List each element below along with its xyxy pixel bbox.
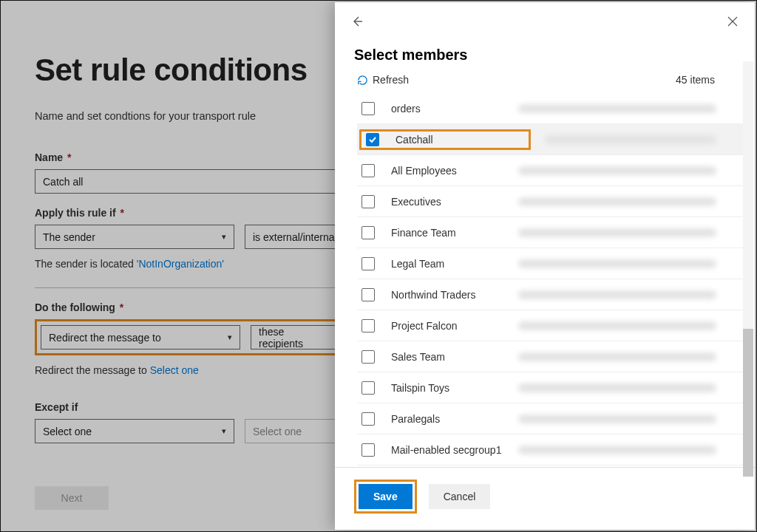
- scrollbar[interactable]: [743, 61, 753, 477]
- next-button[interactable]: Next: [35, 486, 109, 510]
- action-target-dropdown[interactable]: these recipients: [251, 325, 339, 349]
- selected-highlight: Catchall: [359, 129, 531, 150]
- member-name: All Employees: [391, 165, 502, 177]
- scrollbar-thumb[interactable]: [743, 329, 753, 477]
- member-address-redacted: [518, 383, 716, 392]
- member-row[interactable]: Tailspin Toys: [357, 372, 744, 403]
- member-row[interactable]: Project Falcon: [357, 310, 744, 341]
- member-name: Paralegals: [391, 413, 502, 425]
- member-name: Executives: [391, 196, 502, 208]
- checkbox[interactable]: [361, 288, 375, 301]
- chevron-down-icon: ▾: [222, 426, 226, 436]
- checkbox[interactable]: [361, 257, 375, 270]
- member-name: Sales Team: [391, 351, 502, 363]
- save-button[interactable]: Save: [359, 484, 413, 509]
- member-name: Tailspin Toys: [391, 382, 502, 394]
- member-row[interactable]: All Employees: [357, 155, 744, 186]
- member-name: Legal Team: [391, 258, 502, 270]
- member-row[interactable]: Sales Team: [357, 341, 744, 372]
- member-address-redacted: [518, 446, 716, 454]
- panel-title: Select members: [354, 47, 755, 64]
- refresh-button[interactable]: Refresh: [357, 74, 409, 86]
- member-address-redacted: [518, 259, 716, 268]
- member-row[interactable]: Mail-enabled secgroup1: [357, 434, 744, 466]
- member-address-redacted: [518, 166, 716, 175]
- refresh-icon: [357, 75, 368, 86]
- close-icon[interactable]: [724, 13, 741, 30]
- back-icon[interactable]: [348, 13, 366, 30]
- member-address-redacted: [518, 197, 716, 206]
- member-address-redacted: [518, 290, 716, 299]
- member-row[interactable]: Paralegals: [357, 403, 744, 434]
- member-row[interactable]: Finance Team: [357, 217, 744, 248]
- checkbox[interactable]: [361, 381, 375, 395]
- checkbox[interactable]: [361, 226, 375, 239]
- cancel-button[interactable]: Cancel: [429, 484, 491, 509]
- do-following-highlight: Redirect the message to▾ these recipient…: [35, 319, 345, 355]
- checkbox[interactable]: [361, 319, 375, 332]
- member-name: Catchall: [396, 134, 506, 146]
- member-address-redacted: [545, 135, 716, 144]
- member-name: Project Falcon: [391, 320, 502, 332]
- checkbox[interactable]: [361, 412, 375, 426]
- checkbox[interactable]: [361, 102, 375, 115]
- rule-name-input[interactable]: [35, 169, 338, 194]
- member-row[interactable]: Northwind Traders: [357, 279, 744, 310]
- checkbox[interactable]: [366, 133, 379, 146]
- chevron-down-icon: ▾: [228, 332, 232, 342]
- member-name: orders: [391, 103, 502, 115]
- member-list: ordersCatchallAll EmployeesExecutivesFin…: [335, 93, 755, 467]
- checkbox[interactable]: [361, 164, 375, 177]
- member-row[interactable]: Catchall: [357, 124, 744, 155]
- select-members-panel: Select members Refresh 45 items ordersCa…: [335, 2, 755, 530]
- member-address-redacted: [518, 228, 716, 237]
- member-name: Northwind Traders: [391, 289, 502, 301]
- member-address-redacted: [518, 321, 716, 330]
- member-row[interactable]: orders: [357, 93, 744, 124]
- member-name: Mail-enabled secgroup1: [391, 444, 502, 456]
- select-one-link[interactable]: Select one: [150, 364, 199, 376]
- checkbox[interactable]: [361, 350, 375, 364]
- chevron-down-icon: ▾: [222, 232, 226, 242]
- except-subject-dropdown[interactable]: Select one▾: [35, 419, 234, 443]
- member-name: Finance Team: [391, 227, 502, 239]
- item-count: 45 items: [676, 74, 715, 86]
- apply-hint-value[interactable]: 'NotInOrganization': [137, 258, 224, 270]
- apply-condition-subject[interactable]: The sender▾: [35, 225, 234, 249]
- member-row[interactable]: Executives: [357, 186, 744, 217]
- checkbox[interactable]: [361, 195, 375, 208]
- member-address-redacted: [518, 415, 716, 423]
- action-dropdown[interactable]: Redirect the message to▾: [41, 325, 240, 349]
- checkbox[interactable]: [361, 443, 375, 457]
- member-address-redacted: [518, 352, 716, 361]
- member-address-redacted: [518, 104, 716, 113]
- divider: [35, 287, 338, 288]
- member-row[interactable]: Legal Team: [357, 248, 744, 279]
- save-highlight: Save: [354, 480, 417, 514]
